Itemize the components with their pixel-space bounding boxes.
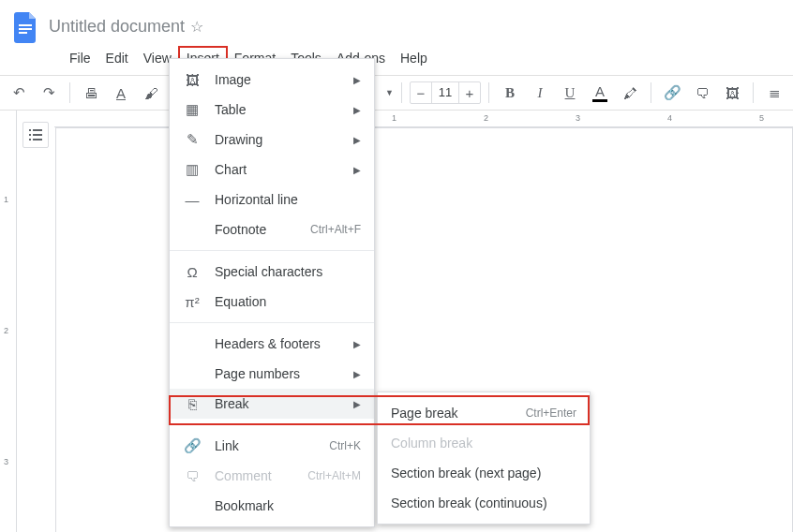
hruler-mark: 1: [392, 113, 396, 123]
font-size-value[interactable]: 11: [431, 82, 459, 103]
menu-item-bookmark[interactable]: Bookmark: [170, 491, 374, 521]
submenu-arrow-icon: ▶: [353, 339, 361, 349]
highlight-button[interactable]: 🖍: [617, 80, 643, 106]
hruler-mark: 4: [667, 113, 672, 123]
submenu-arrow-icon: ▶: [353, 165, 361, 175]
horizontal-ruler: 1 2 3 4 5: [54, 111, 793, 127]
star-icon[interactable]: ☆: [190, 18, 203, 36]
omega-icon: Ω: [183, 264, 202, 280]
svg-rect-1: [19, 28, 32, 30]
comment-icon: 🗨: [183, 468, 202, 484]
menu-item-table[interactable]: ▦Table▶: [170, 95, 374, 125]
menu-item-chart[interactable]: ▥Chart▶: [170, 155, 374, 185]
submenu-arrow-icon: ▶: [353, 135, 361, 145]
menu-item-page-numbers[interactable]: Page numbers▶: [170, 359, 374, 389]
insert-link-button[interactable]: 🔗: [659, 80, 685, 106]
menu-item-footnote[interactable]: FootnoteCtrl+Alt+F: [170, 214, 374, 244]
horizontal-line-icon: —: [183, 192, 202, 208]
font-size-inc-button[interactable]: +: [459, 85, 480, 101]
document-outline-button[interactable]: [22, 122, 49, 148]
svg-rect-7: [29, 139, 31, 140]
menu-edit[interactable]: Edit: [98, 47, 136, 69]
zoom-caret-icon[interactable]: ▼: [385, 88, 394, 97]
font-size-control: − 11 +: [410, 81, 481, 104]
menu-item-link[interactable]: 🔗LinkCtrl+K: [170, 431, 374, 461]
vruler-mark: 1: [4, 195, 8, 204]
menu-item-section-break-next-page[interactable]: Section break (next page): [378, 458, 590, 488]
hruler-mark: 5: [759, 113, 764, 123]
text-color-button[interactable]: A: [587, 80, 613, 106]
svg-rect-4: [33, 129, 42, 131]
vruler-mark: 3: [4, 457, 8, 466]
add-comment-button[interactable]: 🗨: [689, 80, 715, 106]
redo-button[interactable]: ↷: [36, 80, 62, 106]
insert-menu: 🖼Image▶ ▦Table▶ ✎Drawing▶ ▥Chart▶ —Horiz…: [169, 58, 375, 527]
print-button[interactable]: 🖶: [78, 80, 104, 106]
vertical-ruler: 1 2 3: [0, 111, 17, 532]
spellcheck-button[interactable]: A: [108, 80, 134, 106]
underline-button[interactable]: U: [557, 80, 583, 106]
menu-item-page-break[interactable]: Page breakCtrl+Enter: [378, 398, 590, 428]
menu-help[interactable]: Help: [393, 47, 435, 69]
submenu-arrow-icon: ▶: [353, 399, 361, 409]
undo-button[interactable]: ↶: [6, 80, 32, 106]
menu-item-comment: 🗨CommentCtrl+Alt+M: [170, 461, 374, 491]
link-icon: 🔗: [183, 437, 202, 454]
svg-rect-6: [33, 134, 42, 136]
insert-image-button[interactable]: 🖼: [719, 80, 745, 106]
menu-item-section-break-continuous[interactable]: Section break (continuous): [378, 488, 590, 518]
menu-item-break[interactable]: ⎘Break▶: [170, 389, 374, 419]
paint-format-button[interactable]: 🖌: [138, 80, 164, 106]
font-size-dec-button[interactable]: −: [411, 85, 431, 101]
chart-icon: ▥: [183, 161, 202, 178]
menu-item-drawing[interactable]: ✎Drawing▶: [170, 125, 374, 155]
submenu-arrow-icon: ▶: [353, 75, 361, 85]
toolbar: ↶ ↷ 🖶 A 🖌 ▼ − 11 + B I U A 🖍 🔗 🗨 🖼 ≣: [0, 75, 793, 111]
menu-item-image[interactable]: 🖼Image▶: [170, 65, 374, 95]
svg-rect-0: [19, 24, 32, 26]
submenu-arrow-icon: ▶: [353, 105, 361, 115]
italic-button[interactable]: I: [527, 80, 553, 106]
svg-rect-5: [29, 134, 31, 136]
submenu-arrow-icon: ▶: [353, 369, 361, 379]
bold-button[interactable]: B: [497, 80, 523, 106]
break-submenu: Page breakCtrl+Enter Column break Sectio…: [377, 392, 591, 525]
image-icon: 🖼: [183, 72, 202, 88]
page-break-icon: ⎘: [183, 396, 202, 412]
table-icon: ▦: [183, 101, 202, 118]
menubar: File Edit View Insert Format Tools Add-o…: [0, 45, 793, 75]
docs-logo[interactable]: [7, 7, 45, 45]
menu-item-column-break: Column break: [378, 428, 590, 458]
hruler-mark: 3: [576, 113, 580, 123]
menu-item-special-characters[interactable]: ΩSpecial characters: [170, 257, 374, 287]
pi-icon: π²: [183, 294, 202, 310]
svg-rect-8: [33, 139, 42, 140]
menu-file[interactable]: File: [62, 47, 98, 69]
vruler-mark: 2: [4, 326, 8, 335]
menu-item-headers-footers[interactable]: Headers & footers▶: [170, 329, 374, 359]
svg-rect-2: [19, 32, 27, 34]
document-title[interactable]: Untitled document: [49, 17, 185, 37]
svg-rect-3: [29, 129, 31, 131]
menu-item-equation[interactable]: π²Equation: [170, 287, 374, 317]
drawing-icon: ✎: [183, 131, 202, 148]
menu-item-horizontal-line[interactable]: —Horizontal line: [170, 185, 374, 214]
hruler-mark: 2: [484, 113, 488, 123]
align-button[interactable]: ≣: [761, 80, 787, 106]
